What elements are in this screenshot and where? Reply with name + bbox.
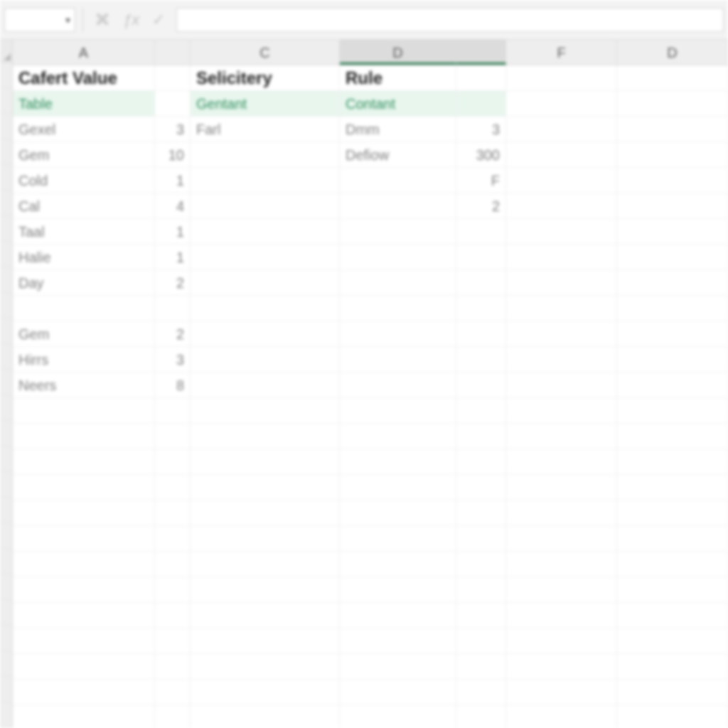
cell-C15[interactable] — [191, 424, 340, 449]
cell-G21[interactable] — [617, 577, 728, 603]
row-header[interactable] — [0, 267, 12, 293]
cell-F16[interactable] — [506, 449, 617, 475]
cell-G15[interactable] — [617, 424, 728, 449]
cell-C9[interactable] — [191, 270, 340, 296]
cell-C14[interactable] — [191, 398, 340, 424]
cell-E21[interactable] — [456, 577, 506, 603]
cell-D3[interactable]: Dmm — [340, 117, 456, 142]
cell-G2[interactable] — [617, 91, 728, 117]
cell-F18[interactable] — [506, 500, 617, 526]
cell-A22[interactable] — [13, 603, 155, 628]
cell-F26[interactable] — [506, 705, 617, 728]
cell-B19[interactable] — [155, 526, 191, 552]
cell-B10[interactable] — [155, 296, 191, 321]
name-box[interactable]: ▾ — [4, 8, 75, 32]
row-header[interactable] — [0, 114, 12, 139]
cell-B11[interactable]: 2 — [155, 321, 191, 347]
cell-E3[interactable]: 3 — [456, 117, 506, 142]
cell-F21[interactable] — [506, 577, 617, 603]
cell-F24[interactable] — [506, 654, 617, 680]
cell-E26[interactable] — [456, 705, 506, 728]
cell-F23[interactable] — [506, 628, 617, 654]
row-header[interactable] — [0, 242, 12, 267]
cell-C10[interactable] — [191, 296, 340, 321]
cell-C22[interactable] — [191, 603, 340, 628]
cell-F1[interactable] — [506, 65, 617, 91]
cell-B26[interactable] — [155, 705, 191, 728]
cell-F6[interactable] — [506, 193, 617, 219]
cell-F3[interactable] — [506, 117, 617, 142]
cell-A18[interactable] — [13, 500, 155, 526]
cell-F25[interactable] — [506, 680, 617, 705]
cell-C26[interactable] — [191, 705, 340, 728]
cell-E10[interactable] — [456, 296, 506, 321]
row-header[interactable] — [0, 63, 12, 88]
cell-E18[interactable] — [456, 500, 506, 526]
row-header[interactable] — [0, 344, 12, 370]
cell-E2[interactable] — [456, 91, 506, 117]
cell-D11[interactable] — [340, 321, 456, 347]
row-header[interactable] — [0, 88, 12, 114]
cell-C3[interactable]: Farl — [191, 117, 340, 142]
cell-A10[interactable] — [13, 296, 155, 321]
cell-F19[interactable] — [506, 526, 617, 552]
cell-B2[interactable] — [155, 91, 191, 117]
column-header-C[interactable]: C — [191, 40, 340, 65]
row-header[interactable] — [0, 472, 12, 498]
cell-B9[interactable]: 2 — [155, 270, 191, 296]
cell-D12[interactable] — [340, 347, 456, 373]
cell-D23[interactable] — [340, 628, 456, 654]
cell-G23[interactable] — [617, 628, 728, 654]
column-header-E[interactable] — [456, 40, 506, 65]
cell-B25[interactable] — [155, 680, 191, 705]
cell-C5[interactable] — [191, 168, 340, 193]
cell-D7[interactable] — [340, 219, 456, 245]
cell-G8[interactable] — [617, 245, 728, 270]
cell-D26[interactable] — [340, 705, 456, 728]
cell-D22[interactable] — [340, 603, 456, 628]
cell-B13[interactable]: 8 — [155, 373, 191, 398]
cell-C1[interactable]: Selicitery — [191, 65, 340, 91]
cell-A25[interactable] — [13, 680, 155, 705]
cell-C18[interactable] — [191, 500, 340, 526]
chevron-down-icon[interactable]: ▾ — [65, 14, 70, 26]
cell-E22[interactable] — [456, 603, 506, 628]
cell-G10[interactable] — [617, 296, 728, 321]
cell-F11[interactable] — [506, 321, 617, 347]
row-header[interactable] — [0, 523, 12, 549]
row-header[interactable] — [0, 395, 12, 421]
row-header[interactable] — [0, 191, 12, 216]
cell-G3[interactable] — [617, 117, 728, 142]
cell-F14[interactable] — [506, 398, 617, 424]
row-header[interactable] — [0, 446, 12, 472]
cell-C24[interactable] — [191, 654, 340, 680]
cell-A12[interactable]: Hirrs — [13, 347, 155, 373]
cell-D16[interactable] — [340, 449, 456, 475]
cell-C21[interactable] — [191, 577, 340, 603]
cell-F5[interactable] — [506, 168, 617, 193]
cell-F4[interactable] — [506, 142, 617, 168]
cell-B3[interactable]: 3 — [155, 117, 191, 142]
cell-D21[interactable] — [340, 577, 456, 603]
cell-G26[interactable] — [617, 705, 728, 728]
cell-C16[interactable] — [191, 449, 340, 475]
cell-A23[interactable] — [13, 628, 155, 654]
cell-D19[interactable] — [340, 526, 456, 552]
cell-B8[interactable]: 1 — [155, 245, 191, 270]
cell-G17[interactable] — [617, 475, 728, 500]
cell-D4[interactable]: Defiow — [340, 142, 456, 168]
select-all-triangle[interactable] — [0, 40, 12, 63]
row-header[interactable] — [0, 600, 12, 626]
cell-G16[interactable] — [617, 449, 728, 475]
row-header[interactable] — [0, 651, 12, 677]
cell-A2[interactable]: Table — [13, 91, 155, 117]
cell-B15[interactable] — [155, 424, 191, 449]
cell-C23[interactable] — [191, 628, 340, 654]
cell-A8[interactable]: Halie — [13, 245, 155, 270]
cell-C4[interactable] — [191, 142, 340, 168]
cell-C11[interactable] — [191, 321, 340, 347]
cell-A24[interactable] — [13, 654, 155, 680]
cell-B1[interactable] — [155, 65, 191, 91]
cell-A1[interactable]: Cafert Value — [13, 65, 155, 91]
cells-area[interactable]: Cafert ValueSeliciteryRuleTableGentantCo… — [13, 65, 728, 728]
